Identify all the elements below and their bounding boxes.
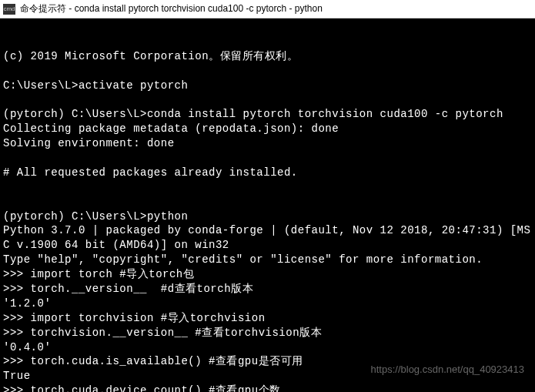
- terminal-line: [3, 151, 532, 166]
- terminal-line: '1.2.0': [3, 297, 532, 311]
- terminal-line: [3, 195, 532, 209]
- terminal-line: >>> import torchvision #导入torchvision: [3, 311, 532, 326]
- watermark-text: https://blog.csdn.net/qq_40923413: [371, 364, 525, 375]
- terminal-line: (c) 2019 Microsoft Corporation。保留所有权利。: [3, 49, 532, 64]
- terminal-line: [3, 64, 532, 79]
- terminal-line: # All requested packages already install…: [3, 166, 532, 180]
- terminal-line: (pytorch) C:\Users\L>conda install pytor…: [3, 107, 532, 122]
- terminal-line: [3, 180, 532, 195]
- terminal-line: '0.4.0': [3, 340, 532, 355]
- window-title: 命令提示符 - conda install pytorch torchvisio…: [20, 2, 323, 15]
- terminal-line: (pytorch) C:\Users\L>python: [3, 209, 532, 224]
- terminal-line: C:\Users\L>activate pytorch: [3, 79, 532, 93]
- window-titlebar[interactable]: cmd 命令提示符 - conda install pytorch torchv…: [0, 0, 535, 18]
- terminal-line: Python 3.7.0 | packaged by conda-forge |…: [3, 223, 532, 253]
- terminal-line: >>> torchvision.__version__ #查看torchvisi…: [3, 326, 532, 340]
- terminal-line: >>> import torch #导入torch包: [3, 267, 532, 282]
- terminal-line: Solving environment: done: [3, 136, 532, 151]
- terminal-line: Collecting package metadata (repodata.js…: [3, 122, 532, 136]
- terminal-line: [3, 92, 532, 107]
- terminal-line: Type "help", "copyright", "credits" or "…: [3, 253, 532, 267]
- terminal-output[interactable]: (c) 2019 Microsoft Corporation。保留所有权利。 C…: [0, 18, 535, 392]
- terminal-line: >>> torch.__version__ #d查看torch版本: [3, 282, 532, 297]
- terminal-line: >>> torch.cuda.device_count() #查看gpu个数: [3, 384, 532, 392]
- cmd-icon: cmd: [3, 4, 15, 15]
